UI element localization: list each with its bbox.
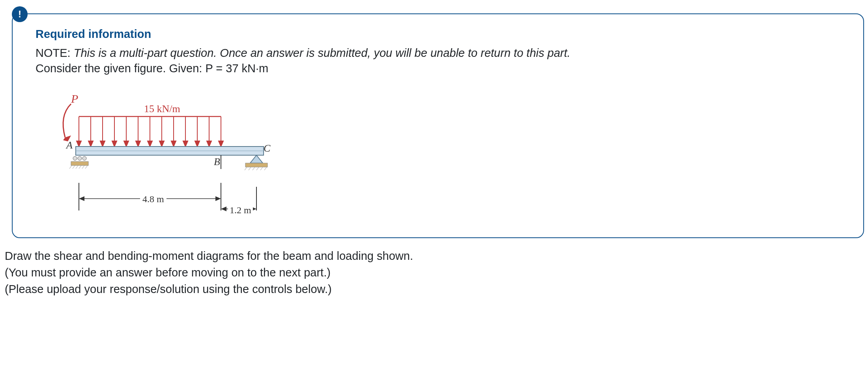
svg-line-46: [256, 167, 259, 170]
dimension-bc: 1.2 m: [228, 205, 253, 216]
svg-marker-27: [219, 141, 223, 147]
svg-marker-17: [159, 141, 164, 147]
svg-rect-31: [71, 162, 88, 165]
svg-marker-54: [215, 196, 221, 201]
svg-line-45: [253, 167, 255, 170]
svg-point-32: [73, 156, 77, 160]
svg-marker-13: [136, 141, 140, 147]
required-info-box: ! Required information NOTE: This is a m…: [12, 13, 864, 238]
note-line-2: Consider the given figure. Given: P = 37…: [36, 61, 840, 76]
svg-marker-25: [207, 141, 211, 147]
note-prefix: NOTE:: [36, 47, 74, 59]
svg-marker-5: [88, 141, 93, 147]
svg-marker-19: [171, 141, 176, 147]
svg-marker-3: [77, 141, 81, 147]
svg-line-37: [76, 165, 78, 169]
svg-line-48: [264, 167, 267, 170]
svg-line-40: [85, 165, 88, 169]
support-a-icon: [69, 156, 88, 169]
svg-line-35: [69, 165, 72, 169]
required-info-title: Required information: [36, 28, 840, 41]
instruction-line-1: Draw the shear and bending-moment diagra…: [5, 248, 864, 264]
svg-marker-41: [250, 155, 263, 163]
dimension-ab: 4.8 m: [140, 194, 166, 205]
support-c-icon: [245, 155, 268, 170]
label-b: B: [214, 156, 220, 168]
svg-marker-56: [221, 207, 226, 211]
svg-marker-9: [112, 141, 117, 147]
label-a: A: [66, 139, 73, 151]
svg-marker-21: [183, 141, 188, 147]
svg-line-44: [249, 167, 251, 170]
exclamation-icon: !: [12, 6, 28, 22]
instruction-line-2: (You must provide an answer before movin…: [5, 264, 864, 281]
note-italic: This is a multi-part question. Once an a…: [74, 47, 571, 59]
svg-line-36: [73, 165, 75, 169]
svg-marker-23: [195, 141, 200, 147]
svg-line-47: [260, 167, 263, 170]
svg-marker-11: [124, 141, 129, 147]
svg-marker-15: [148, 141, 152, 147]
svg-line-38: [79, 165, 81, 169]
svg-marker-53: [79, 196, 84, 201]
label-p: P: [71, 92, 78, 105]
svg-rect-42: [245, 163, 268, 167]
svg-point-33: [78, 156, 82, 160]
label-c: C: [264, 143, 270, 154]
svg-line-39: [82, 165, 84, 169]
note-line-1: NOTE: This is a multi-part question. Onc…: [36, 45, 840, 61]
svg-point-34: [82, 156, 86, 160]
instruction-line-3: (Please upload your response/solution us…: [5, 281, 864, 297]
beam-figure: P 15 kN/m A B C 4.8 m 1.2 m: [43, 92, 288, 226]
label-distributed-load: 15 kN/m: [144, 103, 180, 115]
svg-marker-7: [100, 141, 105, 147]
svg-line-43: [245, 167, 247, 170]
